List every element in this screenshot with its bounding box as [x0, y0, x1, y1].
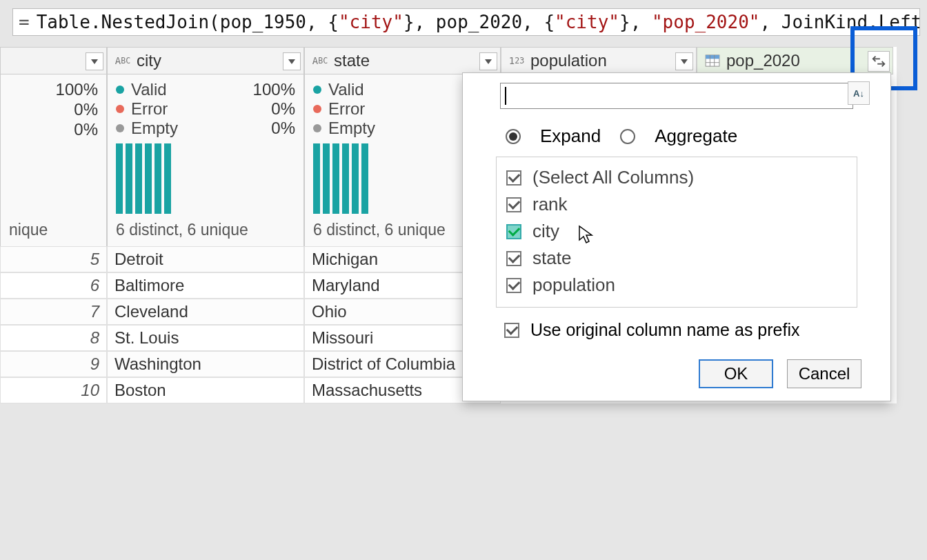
- checkbox-icon[interactable]: [506, 197, 521, 212]
- column-header-rank[interactable]: [0, 47, 107, 74]
- radio-aggregate-label: Aggregate: [655, 126, 737, 147]
- cell-rank: 9: [0, 351, 107, 377]
- column-item-label: population: [532, 274, 615, 296]
- column-item-label: rank: [532, 194, 568, 215]
- search-input[interactable]: [500, 83, 853, 109]
- formula-text: Table.NestedJoin(pop_1950, {"city"}, pop…: [37, 12, 920, 32]
- radio-expand-label: Expand: [540, 126, 601, 147]
- formula-bar[interactable]: = Table.NestedJoin(pop_1950, {"city"}, p…: [12, 8, 920, 36]
- cell-city: St. Louis: [107, 325, 304, 351]
- column-header-state[interactable]: ABC state: [304, 47, 501, 74]
- cell-city: Cleveland: [107, 299, 304, 325]
- number-type-icon: 123: [507, 52, 526, 69]
- quality-city: Valid100% Error0% Empty0%: [107, 74, 304, 218]
- valid-dot-icon: [313, 86, 321, 94]
- valid-dot-icon: [116, 86, 124, 94]
- column-header-pop2020[interactable]: pop_2020: [697, 47, 893, 74]
- columns-list: (Select All Columns) rankcitystatepopula…: [496, 157, 857, 308]
- expand-button[interactable]: [868, 51, 890, 72]
- ok-button[interactable]: OK: [699, 359, 773, 388]
- sort-button[interactable]: A↓: [848, 81, 870, 105]
- empty-dot-icon: [313, 124, 321, 132]
- cell-rank: 7: [0, 299, 107, 325]
- text-type-icon: ABC: [113, 52, 132, 69]
- column-item-state[interactable]: state: [506, 245, 850, 272]
- error-dot-icon: [313, 105, 321, 113]
- cell-city: Boston: [107, 377, 304, 403]
- checkbox-icon[interactable]: [506, 278, 521, 293]
- prefix-label: Use original column name as prefix: [530, 320, 799, 340]
- column-item-city[interactable]: city: [506, 218, 850, 245]
- column-item-rank[interactable]: rank: [506, 191, 850, 218]
- checkbox-icon[interactable]: [506, 170, 521, 186]
- cell-city: Washington: [107, 351, 304, 377]
- quality-empty-pct: 0%: [9, 120, 98, 140]
- radio-aggregate[interactable]: [620, 129, 635, 144]
- column-item-label: city: [532, 221, 559, 242]
- select-all-label: (Select All Columns): [532, 167, 694, 188]
- radio-expand[interactable]: [506, 129, 521, 144]
- distribution-bars: [116, 138, 295, 214]
- checkbox-icon[interactable]: [504, 323, 519, 338]
- expand-popup: A↓ Expand Aggregate (Select All Columns)…: [462, 72, 891, 401]
- header-row: ABC city ABC state 123 population pop_20…: [0, 47, 897, 74]
- text-type-icon: ABC: [310, 52, 330, 69]
- empty-dot-icon: [116, 124, 124, 132]
- column-name: city: [137, 51, 161, 70]
- filter-dropdown-icon[interactable]: [283, 52, 301, 70]
- column-name: population: [530, 51, 607, 70]
- filter-dropdown-icon[interactable]: [479, 52, 497, 70]
- select-all-row[interactable]: (Select All Columns): [506, 164, 850, 191]
- column-item-population[interactable]: population: [506, 272, 850, 299]
- filter-dropdown-icon[interactable]: [86, 52, 103, 70]
- column-name: pop_2020: [726, 51, 800, 70]
- error-dot-icon: [116, 105, 124, 113]
- cell-rank: 8: [0, 325, 107, 351]
- column-header-population[interactable]: 123 population: [501, 47, 697, 74]
- quality-rank: 100% 0% 0%: [0, 74, 107, 218]
- formula-equals: =: [19, 12, 30, 32]
- cell-city: Baltimore: [107, 272, 304, 299]
- quality-error-pct: 0%: [9, 100, 98, 120]
- column-item-label: state: [532, 248, 571, 269]
- distinct-city: 6 distinct, 6 unique: [107, 218, 304, 246]
- cancel-button[interactable]: Cancel: [787, 359, 861, 388]
- cell-rank: 6: [0, 272, 107, 299]
- filter-dropdown-icon[interactable]: [675, 52, 693, 70]
- column-name: state: [334, 51, 370, 70]
- quality-valid-pct: 100%: [9, 80, 98, 100]
- cell-city: Detroit: [107, 246, 304, 272]
- distinct-rank: nique: [0, 218, 107, 246]
- cell-rank: 10: [0, 377, 107, 403]
- svg-rect-1: [706, 55, 719, 59]
- column-header-city[interactable]: ABC city: [107, 47, 304, 74]
- checkbox-icon[interactable]: [506, 224, 521, 239]
- cell-rank: 5: [0, 246, 107, 272]
- checkbox-icon[interactable]: [506, 251, 521, 266]
- table-type-icon: [703, 52, 722, 69]
- expand-mode-group: Expand Aggregate: [471, 121, 882, 157]
- prefix-row[interactable]: Use original column name as prefix: [471, 308, 882, 340]
